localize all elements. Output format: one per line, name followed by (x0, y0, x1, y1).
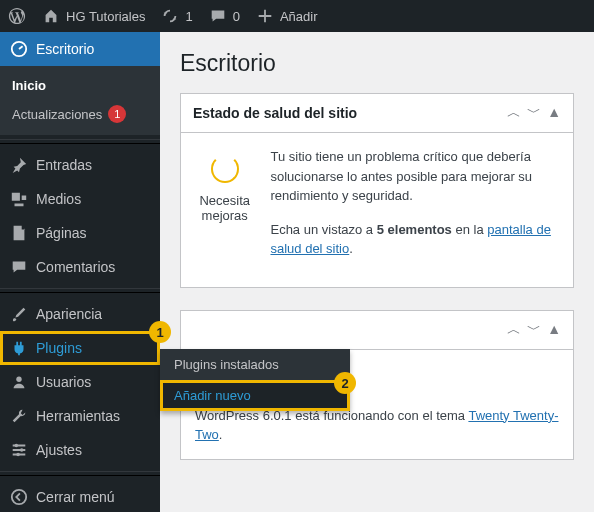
pin-icon (10, 156, 28, 174)
svg-point-4 (16, 453, 20, 457)
updates-bar[interactable]: 1 (153, 0, 200, 32)
panel-header[interactable]: Estado de salud del sitio ︿ ﹀ ▲ (181, 94, 573, 133)
comments-bar[interactable]: 0 (201, 0, 248, 32)
callout-marker-1: 1 (149, 321, 171, 343)
updates-badge: 1 (108, 105, 126, 123)
plus-icon (256, 7, 274, 25)
health-panel: Estado de salud del sitio ︿ ﹀ ▲ Necesita… (180, 93, 574, 288)
home-icon (42, 7, 60, 25)
panel-up-icon[interactable]: ︿ (507, 321, 521, 339)
panel-down-icon[interactable]: ﹀ (527, 104, 541, 122)
health-msg-2: Echa un vistazo a 5 elementos en la pant… (270, 220, 557, 259)
svg-point-1 (16, 377, 21, 382)
svg-point-3 (20, 448, 24, 452)
page-icon (10, 224, 28, 242)
plugins-flyout: Plugins instalados Añadir nuevo 2 (160, 349, 350, 411)
panel-title: Estado de salud del sitio (193, 105, 357, 121)
svg-point-2 (15, 444, 19, 448)
collapse-icon (10, 488, 28, 506)
svg-point-5 (12, 490, 26, 504)
wordpress-icon (8, 7, 26, 25)
flyout-installed[interactable]: Plugins instalados (160, 349, 350, 380)
menu-appearance[interactable]: Apariencia (0, 297, 160, 331)
panel-up-icon[interactable]: ︿ (507, 104, 521, 122)
panel-toggle-icon[interactable]: ▲ (547, 321, 561, 339)
admin-bar: HG Tutoriales 1 0 Añadir (0, 0, 594, 32)
menu-comments[interactable]: Comentarios (0, 250, 160, 284)
page-title: Escritorio (180, 50, 574, 77)
sliders-icon (10, 441, 28, 459)
menu-plugins[interactable]: Plugins 1 (0, 331, 160, 365)
dashboard-icon (10, 40, 28, 58)
submenu-home[interactable]: Inicio (0, 72, 160, 99)
menu-tools[interactable]: Herramientas (0, 399, 160, 433)
submenu-updates[interactable]: Actualizaciones1 (0, 99, 160, 129)
site-name[interactable]: HG Tutoriales (34, 0, 153, 32)
brush-icon (10, 305, 28, 323)
panel-down-icon[interactable]: ﹀ (527, 321, 541, 339)
dashboard-submenu: Inicio Actualizaciones1 (0, 66, 160, 135)
flyout-add-new[interactable]: Añadir nuevo 2 (160, 380, 350, 411)
menu-media[interactable]: Medios (0, 182, 160, 216)
menu-pages[interactable]: Páginas (0, 216, 160, 250)
wrench-icon (10, 407, 28, 425)
admin-sidebar: Escritorio Inicio Actualizaciones1 Entra… (0, 32, 160, 512)
collapse-menu[interactable]: Cerrar menú (0, 480, 160, 512)
plug-icon (10, 339, 28, 357)
comment-icon (209, 7, 227, 25)
glance-header[interactable]: ︿ ﹀ ▲ (181, 311, 573, 350)
panel-toggle-icon[interactable]: ▲ (547, 104, 561, 122)
health-spinner-icon (211, 155, 239, 183)
wp-logo[interactable] (0, 0, 34, 32)
users-icon (10, 373, 28, 391)
content-area: Escritorio Estado de salud del sitio ︿ ﹀… (160, 32, 594, 512)
refresh-icon (161, 7, 179, 25)
health-status: Necesita mejoras (197, 193, 252, 223)
menu-settings[interactable]: Ajustes (0, 433, 160, 467)
media-icon (10, 190, 28, 208)
add-new-bar[interactable]: Añadir (248, 0, 326, 32)
menu-users[interactable]: Usuarios (0, 365, 160, 399)
menu-posts[interactable]: Entradas (0, 148, 160, 182)
comment-icon (10, 258, 28, 276)
callout-marker-2: 2 (334, 372, 356, 394)
health-msg-1: Tu sitio tiene un problema crítico que d… (270, 147, 557, 206)
menu-dashboard[interactable]: Escritorio (0, 32, 160, 66)
